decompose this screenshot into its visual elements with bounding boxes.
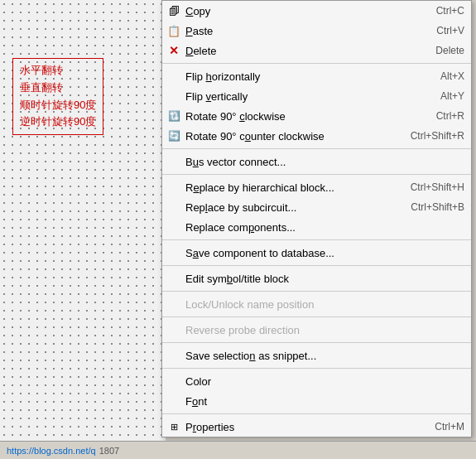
flip-h-shortcut: Alt+X [440, 70, 464, 82]
menu-item-replace-sub[interactable]: Replace by subcircuit... Ctrl+Shift+B [162, 197, 471, 217]
bottom-bar: https://blog.csdn.net/q 1807 [0, 441, 476, 459]
color-label: Color [185, 375, 464, 388]
separator-10 [162, 413, 471, 414]
separator-7 [162, 316, 471, 317]
save-snippet-label: Save selection as snippet... [185, 350, 464, 362]
separator-4 [162, 239, 471, 240]
menu-item-color[interactable]: Color [162, 371, 471, 391]
copy-label: Copy [185, 5, 420, 17]
delete-label: Delete [185, 45, 419, 57]
delete-shortcut: Delete [435, 45, 464, 56]
separator-8 [162, 342, 471, 343]
menu-item-save-snippet[interactable]: Save selection as snippet... [162, 345, 471, 365]
bus-vector-label: Bus vector connect... [185, 156, 464, 168]
save-db-label: Save component to database... [185, 247, 464, 259]
flip-h-label: Flip horizontally [185, 70, 424, 83]
delete-icon: ✕ [166, 42, 182, 59]
menu-item-rotate-cw[interactable]: 🔃 Rotate 90° clockwise Ctrl+R [162, 106, 471, 126]
menu-item-copy[interactable]: 🗐 Copy Ctrl+C [162, 1, 471, 21]
font-label: Font [185, 395, 464, 408]
reverse-probe-label: Reverse probe direction [185, 324, 464, 336]
paste-label: Paste [185, 25, 420, 37]
menu-item-delete[interactable]: ✕ Delete Delete [162, 41, 471, 60]
replace-sub-shortcut: Ctrl+Shift+B [411, 201, 464, 213]
menu-item-lock-name[interactable]: Lock/Unlock name position [162, 294, 471, 314]
replace-hier-label: Replace by hierarchical block... [185, 181, 394, 194]
separator-5 [162, 265, 471, 266]
rotate-cw-label: Rotate 90° clockwise [185, 110, 420, 123]
paste-shortcut: Ctrl+V [436, 25, 464, 36]
rotate-cw-icon: 🔃 [166, 108, 182, 124]
menu-item-properties[interactable]: ⊞ Properties Ctrl+M [162, 417, 471, 437]
flip-v-label: Flip vertically [185, 90, 424, 103]
properties-icon: ⊞ [166, 418, 182, 435]
menu-item-edit-symbol[interactable]: Edit symbol/title block [162, 268, 471, 288]
properties-shortcut: Ctrl+M [435, 421, 464, 432]
separator-1 [162, 63, 471, 64]
menu-item-flip-v[interactable]: Flip vertically Alt+Y [162, 86, 471, 106]
replace-sub-label: Replace by subcircuit... [185, 201, 394, 214]
bottom-link[interactable]: https://blog.csdn.net/q [7, 446, 96, 456]
separator-3 [162, 174, 471, 175]
rotate-ccw-icon: 🔄 [166, 128, 182, 144]
menu-item-reverse-probe[interactable]: Reverse probe direction [162, 320, 471, 340]
paste-icon: 📋 [166, 22, 182, 39]
flip-v-shortcut: Alt+Y [440, 90, 464, 102]
menu-item-replace-comp[interactable]: Replace components... [162, 217, 471, 237]
menu-item-save-db[interactable]: Save component to database... [162, 243, 471, 263]
rotate-ccw-label: Rotate 90° counter clockwise [185, 130, 394, 143]
replace-hier-shortcut: Ctrl+Shift+H [411, 181, 464, 193]
menu-item-replace-hier[interactable]: Replace by hierarchical block... Ctrl+Sh… [162, 177, 471, 197]
menu-item-bus-vector[interactable]: Bus vector connect... [162, 152, 471, 172]
separator-6 [162, 291, 471, 292]
lock-name-label: Lock/Unlock name position [185, 298, 464, 311]
rotate-ccw-shortcut: Ctrl+Shift+R [411, 130, 464, 142]
annotation-text: 水平翻转垂直翻转顺时针旋转90度逆时针旋转90度 [20, 62, 96, 131]
menu-item-font[interactable]: Font [162, 391, 471, 411]
bottom-right-text: 1807 [99, 446, 119, 456]
separator-2 [162, 148, 471, 149]
replace-comp-label: Replace components... [185, 221, 464, 234]
context-menu: 🗐 Copy Ctrl+C 📋 Paste Ctrl+V ✕ Delete De… [161, 0, 472, 437]
separator-9 [162, 368, 471, 369]
annotation-box: 水平翻转垂直翻转顺时针旋转90度逆时针旋转90度 [12, 58, 103, 135]
menu-item-rotate-ccw[interactable]: 🔄 Rotate 90° counter clockwise Ctrl+Shif… [162, 126, 471, 146]
rotate-cw-shortcut: Ctrl+R [436, 110, 464, 122]
menu-item-paste[interactable]: 📋 Paste Ctrl+V [162, 21, 471, 41]
properties-label: Properties [185, 421, 418, 433]
menu-item-flip-h[interactable]: Flip horizontally Alt+X [162, 66, 471, 86]
copy-icon: 🗐 [166, 2, 182, 19]
edit-symbol-label: Edit symbol/title block [185, 273, 464, 285]
copy-shortcut: Ctrl+C [436, 5, 464, 17]
